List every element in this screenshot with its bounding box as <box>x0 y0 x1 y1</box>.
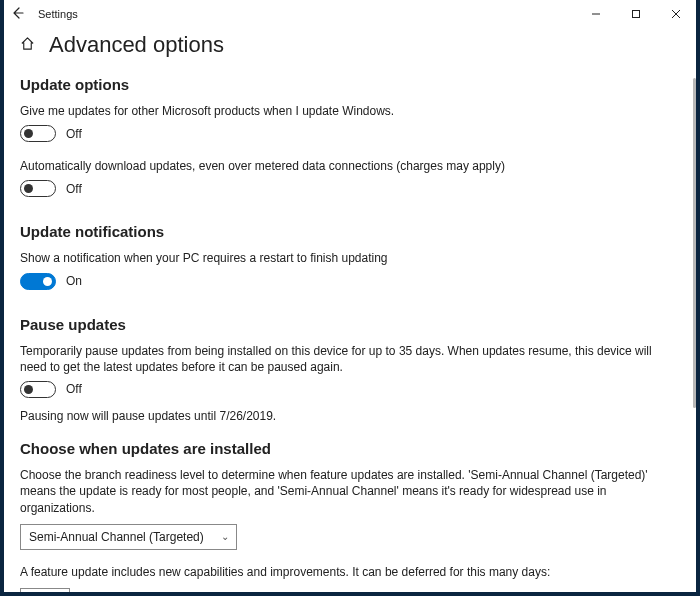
window-title: Settings <box>32 8 78 20</box>
feature-defer-desc: A feature update includes new capabiliti… <box>20 564 660 580</box>
page-title: Advanced options <box>49 32 224 58</box>
titlebar: Settings <box>4 0 696 28</box>
settings-window: Settings Advanced options Update options… <box>4 0 696 592</box>
back-button[interactable] <box>4 7 32 22</box>
toggle-other-products[interactable] <box>20 125 56 142</box>
dropdown-feature-defer[interactable]: 0 ⌄ <box>20 588 70 592</box>
close-icon <box>671 9 681 19</box>
toggle-restart-notification-state: On <box>66 274 82 288</box>
section-pause-updates-title: Pause updates <box>20 316 680 333</box>
toggle-metered-state: Off <box>66 182 82 196</box>
toggle-pause-updates[interactable] <box>20 381 56 398</box>
chevron-down-icon: ⌄ <box>214 531 236 542</box>
home-icon[interactable] <box>20 36 35 54</box>
maximize-button[interactable] <box>616 0 656 28</box>
maximize-icon <box>631 9 641 19</box>
page-content: Advanced options Update options Give me … <box>4 28 696 592</box>
toggle-pause-updates-state: Off <box>66 382 82 396</box>
option-metered-desc: Automatically download updates, even ove… <box>20 158 660 174</box>
toggle-restart-notification[interactable] <box>20 273 56 290</box>
section-update-options-title: Update options <box>20 76 680 93</box>
close-button[interactable] <box>656 0 696 28</box>
option-restart-notification-desc: Show a notification when your PC require… <box>20 250 660 266</box>
minimize-button[interactable] <box>576 0 616 28</box>
arrow-left-icon <box>12 7 24 19</box>
choose-when-desc: Choose the branch readiness level to det… <box>20 467 660 516</box>
svg-rect-1 <box>633 11 640 18</box>
toggle-other-products-state: Off <box>66 127 82 141</box>
section-update-notifications-title: Update notifications <box>20 223 680 240</box>
pause-updates-desc: Temporarily pause updates from being ins… <box>20 343 660 375</box>
dropdown-channel[interactable]: Semi-Annual Channel (Targeted) ⌄ <box>20 524 237 550</box>
dropdown-channel-value: Semi-Annual Channel (Targeted) <box>29 530 214 544</box>
section-choose-when-title: Choose when updates are installed <box>20 440 680 457</box>
scrollbar-thumb[interactable] <box>693 78 696 408</box>
minimize-icon <box>591 9 601 19</box>
pause-updates-note: Pausing now will pause updates until 7/2… <box>20 408 660 424</box>
toggle-metered[interactable] <box>20 180 56 197</box>
option-other-products-desc: Give me updates for other Microsoft prod… <box>20 103 660 119</box>
